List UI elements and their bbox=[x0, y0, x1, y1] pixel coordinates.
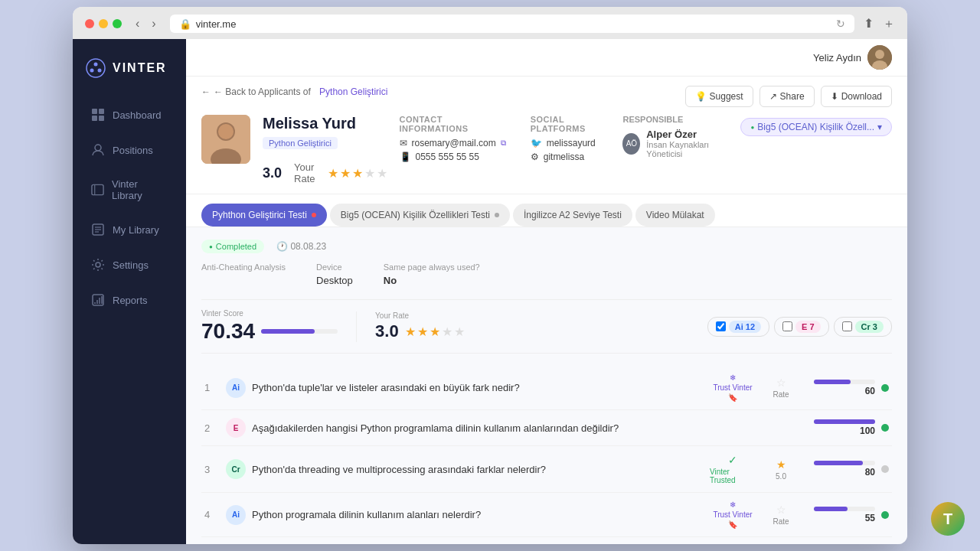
main-content: Yeliz Aydın ← ← Back to Applicants of Py… bbox=[186, 39, 907, 544]
twitter-item: 🐦 melissayurd bbox=[531, 138, 611, 148]
svg-point-27 bbox=[218, 124, 234, 139]
reload-icon[interactable]: ↻ bbox=[836, 18, 845, 30]
cat-filter-cr[interactable]: Cr 3 bbox=[834, 317, 892, 337]
download-button[interactable]: ⬇ Download bbox=[821, 86, 892, 107]
copy-icon[interactable]: ⧉ bbox=[501, 139, 506, 148]
your-rate-block: Your Rate 3.0 ★ ★ ★ ★ ★ bbox=[375, 311, 465, 341]
score-divider bbox=[356, 311, 357, 342]
clock-icon: 🕐 bbox=[276, 241, 288, 252]
trust-vinter[interactable]: ❄ Trust Vinter 🔖 bbox=[710, 373, 756, 402]
suggest-icon: 💡 bbox=[695, 91, 707, 102]
test-tab-english[interactable]: İngilizce A2 Seviye Testi bbox=[513, 204, 632, 227]
svg-rect-9 bbox=[92, 184, 103, 194]
cat-checkbox-cr[interactable] bbox=[842, 321, 852, 331]
star-4[interactable]: ★ bbox=[364, 166, 375, 181]
rate-star-2[interactable]: ★ bbox=[417, 324, 428, 339]
test-tab-python[interactable]: Pyhthon Geliştirici Testi bbox=[201, 204, 327, 227]
back-button[interactable]: ‹ bbox=[131, 15, 144, 32]
tab-label: Pyhthon Geliştirici Testi bbox=[212, 210, 307, 220]
q-num: 4 bbox=[204, 509, 220, 520]
share-button[interactable]: ↗ Share bbox=[760, 86, 815, 107]
q-score-bar: 60 bbox=[806, 380, 875, 396]
rate-star-icon: ☆ bbox=[776, 504, 786, 516]
trust-vinter[interactable]: ❄ Trust Vinter 🔖 bbox=[710, 500, 756, 529]
sidebar-item-settings[interactable]: Settings bbox=[79, 249, 180, 281]
selected-test-badge[interactable]: ● Big5 (OCEAN) Kişilik Özell... ▾ bbox=[740, 118, 892, 136]
svg-point-8 bbox=[95, 145, 101, 151]
sidebar-item-reports[interactable]: Reports bbox=[79, 284, 180, 316]
star-5[interactable]: ★ bbox=[377, 166, 387, 181]
same-page-item: Same page always used? No bbox=[384, 262, 480, 287]
suggest-button[interactable]: 💡 Suggest bbox=[685, 86, 753, 107]
selected-test-text: Big5 (OCEAN) Kişilik Özell... bbox=[757, 122, 874, 132]
contact-label: Contact Informations bbox=[400, 115, 506, 133]
sidebar-item-my-library[interactable]: My Library bbox=[79, 214, 180, 246]
table-row: 5 E Aşağıdakilerden hangisi Python progr… bbox=[201, 537, 892, 544]
q-text: Python programala dilinin kullanım alanl… bbox=[252, 509, 704, 520]
chevron-down-icon[interactable]: ▾ bbox=[877, 122, 882, 132]
github-item: ⚙ gitmelissa bbox=[531, 152, 611, 162]
rate-col[interactable]: ☆ Rate bbox=[762, 504, 800, 526]
user-name: Yeliz Aydın bbox=[813, 52, 861, 64]
bookmark-icon: 🔖 bbox=[728, 520, 737, 529]
back-link-text[interactable]: Python Geliştirici bbox=[319, 86, 387, 97]
sidebar-item-positions[interactable]: Positions bbox=[79, 134, 180, 166]
phone-text: 0555 555 55 55 bbox=[416, 152, 479, 162]
rate-star-4[interactable]: ★ bbox=[442, 324, 452, 339]
status-text: Completed bbox=[216, 242, 256, 251]
forward-button[interactable]: › bbox=[147, 15, 160, 32]
device-item: Device Desktop bbox=[316, 262, 353, 287]
check-icon: ✓ bbox=[728, 454, 737, 466]
sidebar-item-dashboard[interactable]: Dashboard bbox=[79, 99, 180, 131]
star-1[interactable]: ★ bbox=[328, 166, 338, 181]
cat-checkbox-ai[interactable] bbox=[716, 321, 726, 331]
anti-cheating-label: Anti-Cheating Analysis bbox=[201, 262, 286, 272]
resp-initials: AÖ bbox=[626, 139, 637, 148]
vinter-trusted: ✓ Vinter Trusted bbox=[710, 454, 756, 484]
q-status-dot bbox=[881, 465, 889, 473]
cat-filter-ai[interactable]: Ai 12 bbox=[707, 317, 769, 337]
table-row: 1 Ai Python'da tuple'lar ve listeler ara… bbox=[201, 366, 892, 410]
selected-test-area: ● Big5 (OCEAN) Kişilik Özell... ▾ bbox=[740, 118, 892, 136]
cat-checkbox-e[interactable] bbox=[782, 321, 792, 331]
top-bar: Yeliz Aydın bbox=[186, 39, 907, 77]
rate-star-5[interactable]: ★ bbox=[454, 324, 465, 339]
test-tab-big5[interactable]: Big5 (OCEAN) Kişilik Özellikleri Testi bbox=[330, 204, 510, 227]
q-text: Python'da tuple'lar ve listeler arasında… bbox=[252, 382, 704, 393]
logo: VINTER bbox=[73, 51, 186, 97]
traffic-light-green[interactable] bbox=[113, 19, 122, 28]
test-tabs: Pyhthon Geliştirici Testi Big5 (OCEAN) K… bbox=[201, 204, 892, 227]
add-tab-icon[interactable]: ＋ bbox=[883, 16, 895, 32]
rate-col[interactable]: ☆ Rate bbox=[762, 377, 800, 399]
rating-row: 3.0 Your Rate ★ ★ ★ ★ ★ bbox=[263, 155, 387, 184]
rate-star-3[interactable]: ★ bbox=[430, 324, 440, 339]
svg-rect-7 bbox=[99, 116, 104, 121]
my-library-icon bbox=[91, 223, 105, 236]
q-score-num: 80 bbox=[865, 467, 875, 478]
tab-label: İngilizce A2 Seviye Testi bbox=[524, 210, 622, 220]
rate-col[interactable]: ★ 5.0 bbox=[762, 458, 800, 481]
traffic-light-yellow[interactable] bbox=[99, 19, 108, 28]
rate-star-1[interactable]: ★ bbox=[405, 324, 416, 339]
q-status-dot bbox=[881, 424, 889, 432]
test-tab-video[interactable]: Video Mülakat bbox=[635, 204, 715, 227]
traffic-light-red[interactable] bbox=[85, 19, 94, 28]
browser-window: ‹ › 🔒 vinter.me ↻ ⬆ ＋ VINTER bbox=[73, 7, 907, 544]
candidate-name: Melissa Yurd bbox=[263, 115, 387, 132]
meta-row: Anti-Cheating Analysis Device Desktop Sa… bbox=[201, 262, 892, 287]
sidebar-item-vinter-library[interactable]: Vinter Library bbox=[79, 169, 180, 210]
svg-rect-6 bbox=[92, 116, 97, 121]
svg-rect-4 bbox=[92, 109, 97, 114]
star-2[interactable]: ★ bbox=[340, 166, 351, 181]
q-text: Aşağıdakilerden hangisi Python programla… bbox=[252, 422, 704, 434]
back-arrow-icon: ← bbox=[201, 86, 211, 97]
back-link[interactable]: ← ← Back to Applicants of Python Gelişti… bbox=[201, 86, 387, 97]
share-browser-icon[interactable]: ⬆ bbox=[864, 16, 874, 32]
cat-filter-e[interactable]: E 7 bbox=[774, 317, 829, 337]
star-3[interactable]: ★ bbox=[352, 166, 363, 181]
address-bar[interactable]: 🔒 vinter.me ↻ bbox=[170, 15, 854, 33]
library-icon bbox=[91, 183, 104, 197]
questions-list: 1 Ai Python'da tuple'lar ve listeler ara… bbox=[201, 366, 892, 544]
watermark: T bbox=[931, 502, 965, 536]
q-score-bar: 55 bbox=[806, 507, 875, 523]
